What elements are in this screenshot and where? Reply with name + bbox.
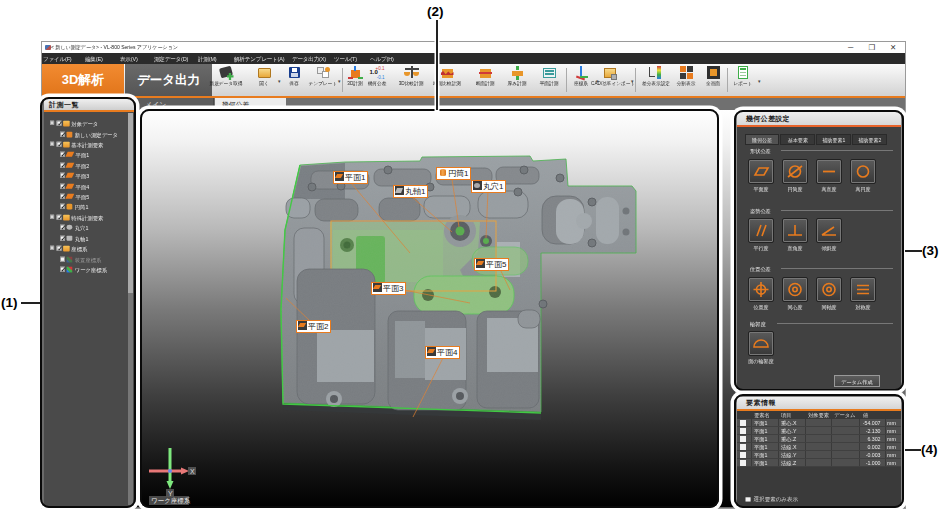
- svg-text:Y: Y: [168, 490, 173, 497]
- svg-text:X: X: [190, 468, 195, 475]
- svg-text:ワーク座標系: ワーク座標系: [151, 497, 191, 505]
